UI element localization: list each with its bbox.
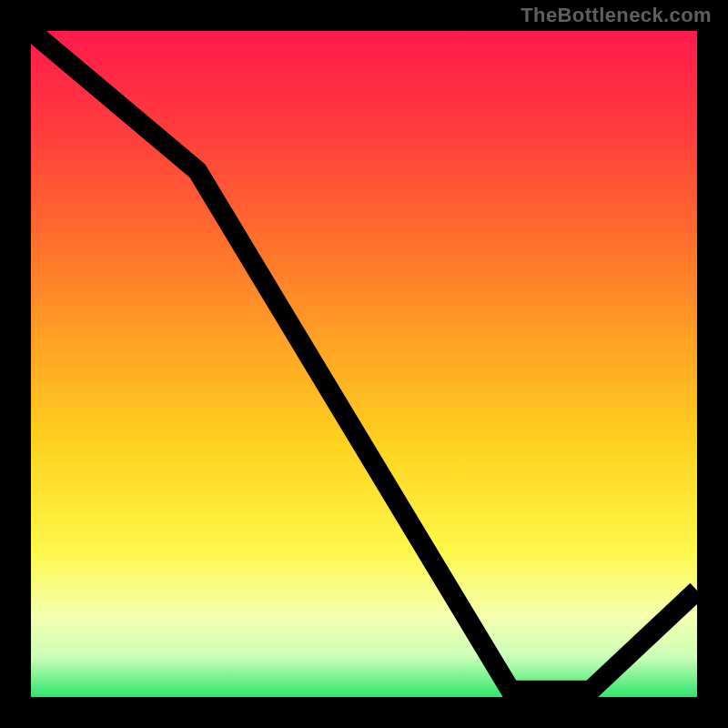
watermark-text: TheBottleneck.com — [521, 4, 712, 27]
plot-area — [27, 27, 701, 701]
gradient-background — [31, 31, 697, 697]
chart-container: TheBottleneck.com — [0, 0, 728, 728]
chart-svg — [31, 31, 697, 697]
